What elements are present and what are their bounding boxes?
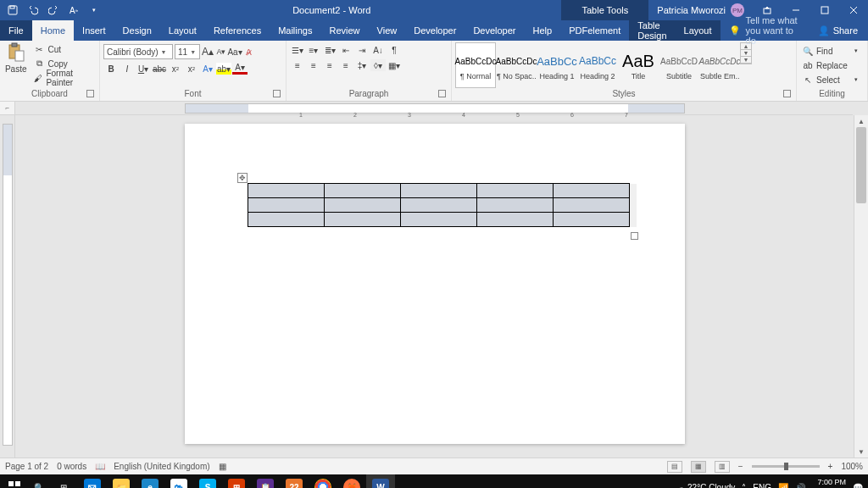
subscript-button[interactable]: x2 <box>168 63 183 75</box>
user-account[interactable]: Patricia Mworozi PM <box>648 3 753 17</box>
find-button[interactable]: 🔍Find▾ <box>800 44 860 58</box>
page-number-status[interactable]: Page 1 of 2 <box>5 462 48 471</box>
zoom-slider[interactable] <box>752 465 820 468</box>
document-table[interactable] <box>248 183 637 227</box>
document-page[interactable]: ✥ <box>185 124 685 444</box>
tab-design[interactable]: Design <box>114 20 160 41</box>
word-count-status[interactable]: 0 words <box>57 462 86 471</box>
tab-review[interactable]: Review <box>321 20 369 41</box>
table-cell[interactable] <box>325 184 401 198</box>
horizontal-ruler[interactable]: 1234567 <box>15 102 853 115</box>
styles-scroll-down[interactable]: ▼ <box>741 50 751 57</box>
tab-table-layout[interactable]: Layout <box>676 20 721 41</box>
table-cell[interactable] <box>477 213 554 227</box>
taskbar-app-7[interactable]: 📋 <box>251 474 280 488</box>
increase-indent-button[interactable]: ⇥ <box>354 44 370 56</box>
style-tile-subtle-em---[interactable]: AaBbCcDcSubtle Em... <box>699 42 740 88</box>
close-button[interactable] <box>839 0 868 20</box>
line-spacing-button[interactable]: ‡▾ <box>354 59 370 71</box>
shrink-font-button[interactable]: A▾ <box>215 46 227 58</box>
file-explorer-button[interactable]: 📁 <box>107 474 136 488</box>
zoom-out-button[interactable]: − <box>738 462 743 471</box>
table-cell[interactable] <box>401 198 477 213</box>
underline-button[interactable]: U▾ <box>136 63 151 75</box>
tab-references[interactable]: References <box>205 20 270 41</box>
clock[interactable]: 7:00 PM 9/16/2021 <box>812 478 846 488</box>
strikethrough-button[interactable]: abc <box>152 63 167 75</box>
paragraph-dialog-launcher[interactable] <box>438 90 446 97</box>
store-button[interactable]: 🛍 <box>164 474 193 488</box>
table-cell[interactable] <box>325 213 401 227</box>
style-tile-heading-2[interactable]: AaBbCcHeading 2 <box>577 42 618 88</box>
table-resize-handle[interactable] <box>631 232 638 240</box>
tab-insert[interactable]: Insert <box>74 20 114 41</box>
table-cell[interactable] <box>554 213 630 227</box>
superscript-button[interactable]: x2 <box>184 63 199 75</box>
web-layout-button[interactable]: ▥ <box>715 461 730 473</box>
firefox-button[interactable]: 🦊 <box>337 474 366 488</box>
font-color-button[interactable]: A▾ <box>232 63 248 75</box>
read-aloud-button[interactable]: A» <box>66 3 81 18</box>
table-cell[interactable] <box>477 184 554 198</box>
style-tile-title[interactable]: AaBTitle <box>618 42 659 88</box>
table-cell[interactable] <box>401 184 477 198</box>
paste-button[interactable]: Paste <box>3 42 28 74</box>
search-button[interactable]: 🔍 <box>29 474 49 488</box>
bullets-button[interactable]: ☰▾ <box>290 44 305 56</box>
borders-button[interactable]: ▦▾ <box>387 59 402 71</box>
highlight-button[interactable]: ab▾ <box>216 63 231 75</box>
tab-mailings[interactable]: Mailings <box>270 20 320 41</box>
style-tile---normal[interactable]: AaBbCcDc¶ Normal <box>455 42 496 88</box>
redo-button[interactable] <box>46 3 61 18</box>
font-dialog-launcher[interactable] <box>273 90 281 97</box>
spellcheck-icon[interactable]: 📖 <box>95 462 105 471</box>
change-case-button[interactable]: Aa▾ <box>229 46 241 58</box>
notifications-icon[interactable]: 💬 <box>853 483 863 489</box>
edge-button[interactable]: e <box>136 474 164 488</box>
scroll-up-button[interactable]: ▲ <box>854 115 868 127</box>
tray-chevron-icon[interactable]: ˄ <box>742 483 746 489</box>
maximize-button[interactable] <box>810 0 839 20</box>
text-effects-button[interactable]: A▾ <box>200 63 215 75</box>
zoom-value[interactable]: 100% <box>841 462 863 471</box>
chrome-button[interactable] <box>309 474 337 488</box>
style-tile-subtitle[interactable]: AaBbCcDSubtitle <box>659 42 699 88</box>
multilevel-list-button[interactable]: ≣▾ <box>322 44 337 56</box>
show-marks-button[interactable]: ¶ <box>387 44 402 56</box>
tell-me-search[interactable]: 💡 Tell me what you want to do <box>721 20 808 41</box>
word-button[interactable]: W <box>366 474 395 488</box>
styles-dialog-launcher[interactable] <box>783 90 791 97</box>
decrease-indent-button[interactable]: ⇤ <box>338 44 353 56</box>
align-center-button[interactable]: ≡ <box>306 59 321 71</box>
justify-button[interactable]: ≡ <box>338 59 353 71</box>
select-button[interactable]: ↖Select▾ <box>800 73 860 86</box>
clipboard-dialog-launcher[interactable] <box>86 90 94 97</box>
cut-button[interactable]: ✂Cut <box>31 42 96 56</box>
tab-developer-2[interactable]: Developer <box>465 20 524 41</box>
clear-formatting-button[interactable]: A̷ <box>242 46 254 58</box>
scroll-thumb[interactable] <box>856 127 866 203</box>
table-cell[interactable] <box>248 184 325 198</box>
table-cell[interactable] <box>401 213 477 227</box>
table-cell[interactable] <box>325 198 401 213</box>
styles-scroll-up[interactable]: ▲ <box>741 43 751 50</box>
table-cell[interactable] <box>248 198 325 213</box>
qat-customize-button[interactable]: ▾ <box>86 3 102 18</box>
table-cell[interactable] <box>477 198 554 213</box>
macro-icon[interactable]: ▦ <box>219 462 226 471</box>
styles-expand[interactable]: ▼ <box>741 57 751 64</box>
scroll-down-button[interactable]: ▼ <box>854 446 868 458</box>
skype-button[interactable]: S <box>193 474 222 488</box>
bold-button[interactable]: B <box>103 63 119 75</box>
taskbar-app-6[interactable]: ⊞ <box>222 474 251 488</box>
print-layout-button[interactable]: ▦ <box>691 461 706 473</box>
start-button[interactable] <box>0 474 29 488</box>
read-mode-button[interactable]: ▤ <box>667 461 682 473</box>
tab-home[interactable]: Home <box>32 20 74 41</box>
numbering-button[interactable]: ≡▾ <box>306 44 321 56</box>
tab-help[interactable]: Help <box>525 20 561 41</box>
tab-layout[interactable]: Layout <box>160 20 205 41</box>
table-cell[interactable] <box>248 213 325 227</box>
style-tile-heading-1[interactable]: AaBbCcHeading 1 <box>537 42 577 88</box>
font-name-combo[interactable]: Calibri (Body)▼ <box>103 44 173 59</box>
